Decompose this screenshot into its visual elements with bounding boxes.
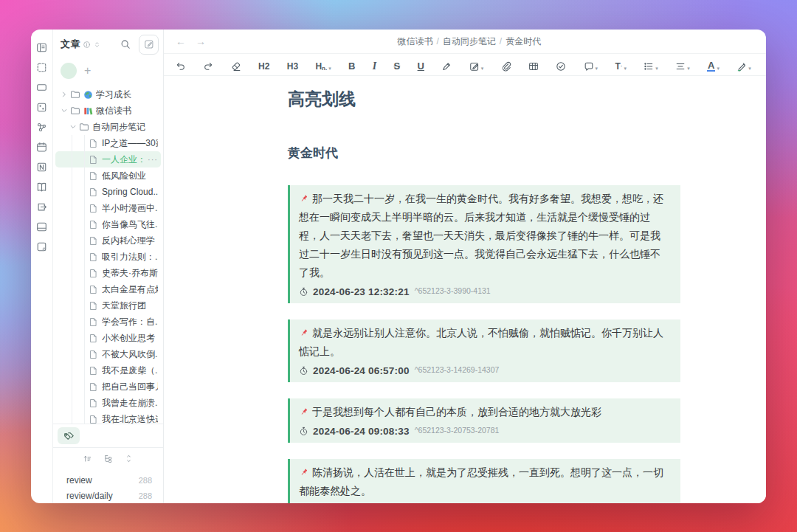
task-list-icon	[556, 61, 566, 72]
tree-item-doc[interactable]: 我曾走在崩溃...	[55, 395, 161, 411]
expand-icon[interactable]	[124, 454, 134, 463]
sort-updown-icon[interactable]	[93, 41, 101, 49]
toolbar-redo-button[interactable]	[203, 58, 213, 72]
toolbar-heading-menu-button[interactable]: Hn.▾	[315, 58, 331, 72]
doc-heading-1[interactable]: 高亮划线	[288, 88, 680, 111]
tree-item-doc[interactable]: 一人企业：...···	[55, 151, 161, 167]
tree-item-doc[interactable]: 小米创业思考	[55, 330, 161, 346]
tree-item-folder[interactable]: 学习成长	[55, 86, 161, 103]
dock-graph-view-icon[interactable]	[36, 122, 47, 133]
mark-pen-icon	[441, 61, 452, 72]
hierarchy-icon[interactable]	[103, 454, 113, 463]
more-icon[interactable]: ···	[145, 155, 158, 164]
forward-button[interactable]: →	[196, 36, 206, 46]
toolbar-underline-button[interactable]: U	[418, 58, 424, 72]
toolbar-comment-button[interactable]: ▾	[584, 58, 598, 72]
chevron-down-icon[interactable]	[69, 122, 77, 131]
dock-bookmark-panel-icon[interactable]	[36, 82, 47, 93]
toolbar-undo-button[interactable]	[176, 58, 186, 72]
chevron-right-icon[interactable]	[60, 90, 69, 99]
tags-button[interactable]	[58, 427, 80, 444]
dock-calendar-panel-icon[interactable]	[36, 142, 47, 153]
block-ref[interactable]: ^652123-3-20753-20781	[415, 426, 500, 436]
new-doc-button[interactable]	[139, 35, 159, 55]
tree-item-folder[interactable]: 微信读书	[55, 103, 161, 119]
toolbar-task-list-button[interactable]	[556, 58, 566, 72]
toolbar-clear-format-button[interactable]	[231, 58, 241, 72]
chevron-down-icon[interactable]	[60, 106, 69, 115]
toolbar-heading-3-button[interactable]: H3	[287, 58, 298, 72]
block-ref[interactable]: ^652123-3-3990-4131	[415, 286, 491, 297]
doc-icon	[89, 252, 98, 262]
tag-row[interactable]: review288	[53, 472, 163, 488]
insert-block-icon	[469, 61, 480, 72]
breadcrumb-segment[interactable]: 微信读书	[397, 35, 432, 48]
add-notebook-button[interactable]: +	[84, 65, 91, 77]
toolbar-table-button[interactable]	[528, 58, 539, 72]
tree-item-doc[interactable]: 你当像鸟飞往...	[55, 216, 161, 232]
tree-item-doc[interactable]: 天堂旅行团	[55, 297, 161, 314]
tree-item-label: 小米创业思考	[102, 332, 155, 345]
toolbar-align-button[interactable]: ▾	[675, 58, 690, 72]
tree-item-doc[interactable]: 我在北京送快递	[55, 411, 161, 424]
clock-icon	[299, 426, 308, 436]
breadcrumb-separator: /	[436, 36, 438, 46]
tree-item-doc[interactable]: 把自己当回事儿	[55, 379, 161, 395]
tree-item-label: 半小时漫画中...	[102, 202, 158, 215]
breadcrumb-segment[interactable]: 自动同步笔记	[443, 35, 496, 48]
toolbar-font-color-button[interactable]: A▾	[707, 58, 720, 72]
breadcrumb-segment[interactable]: 黄金时代	[506, 35, 541, 48]
dock-bottom-dock-icon[interactable]	[36, 221, 47, 232]
doc-heading-2[interactable]: 黄金时代	[288, 145, 680, 162]
tree-item-doc[interactable]: 学会写作：自...	[55, 314, 161, 330]
highlight-block[interactable]: 于是我想到每个人都有自己的本质，放到合适的地方就大放光彩2024-06-24 0…	[288, 398, 680, 443]
tree-item-doc[interactable]: 低风险创业	[55, 167, 161, 184]
highlight-block[interactable]: 就是永远别让别人注意你。北京人说，不怕贼偷，就怕贼惦记。你千万别让人惦记上。20…	[288, 319, 680, 382]
tree-item-doc[interactable]: 不被大风吹倒...	[55, 346, 161, 362]
breadcrumb: 微信读书/自动同步笔记/黄金时代	[397, 30, 541, 53]
tree-item-doc[interactable]: IP之道——30家...	[55, 135, 161, 151]
highlighter-icon	[736, 61, 747, 72]
toolbar-list-button[interactable]: ▾	[644, 58, 658, 72]
tree-item-folder[interactable]: 自动同步笔记	[55, 119, 161, 135]
pushpin-icon	[299, 404, 308, 414]
tree-item-doc[interactable]: 反内耗心理学	[55, 232, 161, 249]
toolbar-font-style-button[interactable]: T˙▾	[615, 58, 627, 72]
tree-item-doc[interactable]: 太白金星有点烦	[55, 281, 161, 297]
tree-item-doc[interactable]: Spring Cloud...	[55, 184, 161, 200]
tree-item-doc[interactable]: 史蒂夫·乔布斯传	[55, 265, 161, 281]
toolbar-mark-pen-button[interactable]	[441, 58, 452, 72]
toolbar-italic-button[interactable]: I	[373, 58, 376, 72]
dock-export-panel-icon[interactable]	[36, 201, 47, 213]
notebook-avatar[interactable]	[61, 63, 77, 79]
sort-asc-icon[interactable]	[83, 454, 92, 463]
highlight-block[interactable]: 陈清扬说，人活在世上，就是为了忍受摧残，一直到死。想明了这一点，一切都能泰然处之…	[288, 459, 680, 503]
toolbar-heading-2-button[interactable]: H2	[258, 58, 269, 72]
highlight-block[interactable]: 那一天我二十一岁，在我一生的黄金时代。我有好多奢望。我想爱，想吃，还想在一瞬间变…	[288, 185, 680, 303]
info-icon[interactable]	[83, 41, 91, 49]
tree-item-doc[interactable]: 吸引力法则：...	[55, 249, 161, 265]
dock-file-tree-panel-icon[interactable]	[36, 42, 47, 53]
clear-format-icon	[231, 61, 241, 72]
file-tree: 学习成长微信读书自动同步笔记IP之道——30家...一人企业：...···低风险…	[53, 85, 163, 424]
toolbar-strikethrough-button[interactable]: S	[394, 58, 401, 72]
dock-n-plugin-icon[interactable]	[36, 162, 47, 173]
search-icon[interactable]	[120, 39, 131, 49]
block-ref[interactable]: ^652123-3-14269-14307	[415, 365, 500, 376]
back-button[interactable]: ←	[176, 36, 186, 46]
dock-inbox-panel-icon[interactable]	[36, 241, 47, 252]
tree-item-doc[interactable]: 我不是废柴（...	[55, 362, 161, 379]
toolbar-insert-block-button[interactable]: ▾	[469, 58, 484, 72]
toolbar-bold-button[interactable]: B	[348, 58, 355, 72]
pushpin-icon	[299, 191, 308, 201]
dock-reading-panel-icon[interactable]	[36, 182, 47, 193]
doc-icon	[89, 301, 98, 311]
tag-row[interactable]: review/daily288	[53, 488, 163, 503]
highlight-meta: 2024-06-25 11:44:02^652123-3-35829-35870	[299, 502, 670, 503]
dock-canvas-panel-icon[interactable]	[36, 102, 47, 113]
toolbar-highlighter-button[interactable]: ▾	[736, 58, 751, 72]
tree-item-doc[interactable]: 半小时漫画中...	[55, 200, 161, 216]
toolbar-attachment-button[interactable]	[501, 58, 511, 72]
dock-outline-panel-icon[interactable]	[36, 62, 47, 73]
sidebar: 文章 + 学习成长微信读书自动同步笔记IP之道——30家...一人企业：...·…	[53, 30, 164, 503]
